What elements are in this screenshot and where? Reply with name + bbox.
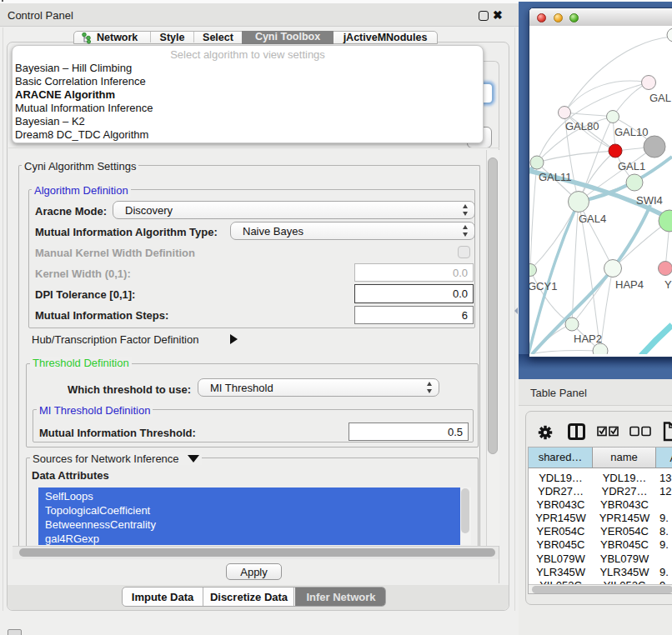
svg-text:SWI4: SWI4 <box>636 194 663 207</box>
svg-text:HAP4: HAP4 <box>615 278 644 291</box>
svg-text:GCY1: GCY1 <box>529 280 557 292</box>
svg-text:GAL1: GAL1 <box>618 160 645 172</box>
svg-text:GAL11: GAL11 <box>539 171 572 183</box>
svg-text:GAL4: GAL4 <box>579 212 606 225</box>
svg-text:GAL: GAL <box>649 92 671 104</box>
svg-text:Y: Y <box>664 278 672 291</box>
svg-text:GAL80: GAL80 <box>565 120 599 132</box>
svg-text:HAP2: HAP2 <box>574 332 602 345</box>
svg-text:GAL10: GAL10 <box>614 126 648 138</box>
